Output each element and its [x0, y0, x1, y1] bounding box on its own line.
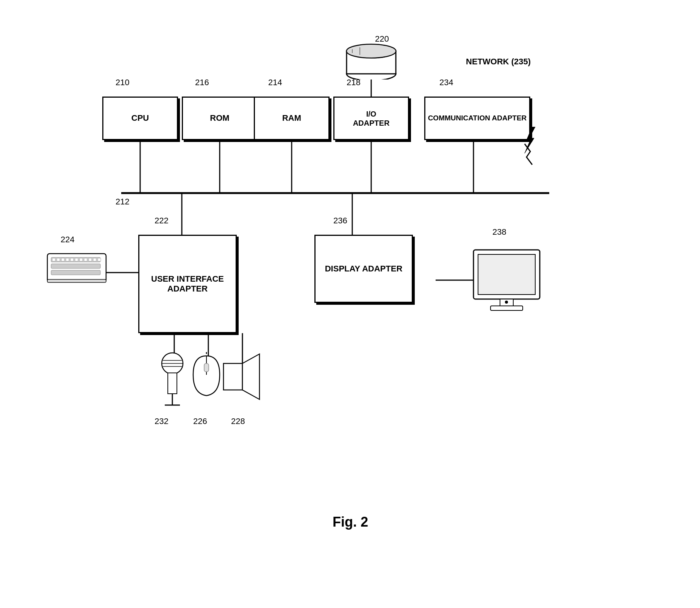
ui-adapter-box: USER INTERFACE ADAPTER — [138, 235, 237, 333]
svg-rect-29 — [75, 258, 78, 261]
monitor-icon — [470, 246, 545, 318]
comm-adapter-ref: 234 — [439, 78, 453, 87]
io-adapter-box: I/OADAPTER — [333, 97, 409, 140]
disk-ref: 220 — [375, 34, 389, 44]
figure-label: Fig. 2 — [333, 514, 368, 530]
network-label: NETWORK (235) — [466, 57, 531, 67]
svg-rect-32 — [89, 258, 92, 261]
svg-point-17 — [347, 44, 396, 58]
svg-rect-49 — [204, 363, 209, 372]
svg-rect-42 — [168, 373, 177, 394]
mic-icon — [157, 352, 188, 413]
svg-rect-34 — [98, 258, 101, 261]
svg-rect-26 — [61, 258, 64, 261]
cpu-ref: 210 — [116, 78, 130, 87]
svg-rect-22 — [51, 264, 100, 268]
ram-ref: 214 — [268, 78, 282, 87]
ram-label: RAM — [282, 113, 301, 123]
svg-rect-24 — [52, 258, 55, 261]
rom-label: ROM — [210, 113, 229, 123]
svg-rect-37 — [478, 254, 535, 295]
svg-marker-51 — [242, 354, 259, 399]
io-adapter-label: I/OADAPTER — [353, 109, 390, 128]
svg-rect-31 — [84, 258, 87, 261]
display-adapter-ref: 236 — [333, 216, 347, 226]
comm-adapter-box: COMMUNICATION ADAPTER — [424, 97, 530, 140]
mouse-icon — [191, 352, 222, 401]
speaker-icon — [222, 352, 263, 401]
diagram: CPU 210 ROM 216 RAM 214 I/OADAPTER 218 C… — [57, 23, 644, 553]
svg-rect-35 — [47, 279, 106, 282]
mouse-ref: 226 — [193, 416, 207, 426]
bus-ref: 212 — [116, 197, 130, 207]
svg-rect-50 — [223, 363, 242, 390]
rom-ref: 216 — [195, 78, 209, 87]
svg-rect-27 — [66, 258, 69, 261]
svg-rect-25 — [57, 258, 60, 261]
svg-rect-33 — [93, 258, 96, 261]
disk-icon — [345, 34, 398, 80]
rom-box: ROM — [182, 97, 258, 140]
svg-point-40 — [505, 301, 508, 304]
mic-ref: 232 — [155, 416, 169, 426]
comm-adapter-label: COMMUNICATION ADAPTER — [428, 114, 527, 123]
lightning-icon — [521, 125, 540, 155]
keyboard-ref: 224 — [61, 235, 75, 245]
keyboard-icon — [45, 246, 110, 288]
ui-adapter-ref: 222 — [155, 216, 169, 226]
display-adapter-label: DISPLAY ADAPTER — [325, 264, 403, 274]
display-adapter-box: DISPLAY ADAPTER — [314, 235, 413, 303]
cpu-box: CPU — [102, 97, 178, 140]
svg-rect-30 — [80, 258, 83, 261]
speaker-ref: 228 — [231, 416, 245, 426]
monitor-ref: 238 — [492, 227, 506, 237]
ram-box: RAM — [254, 97, 330, 140]
svg-rect-39 — [491, 306, 523, 310]
cpu-label: CPU — [131, 113, 149, 123]
ui-adapter-label: USER INTERFACE ADAPTER — [139, 274, 236, 294]
svg-rect-23 — [51, 270, 100, 275]
svg-rect-28 — [70, 258, 73, 261]
